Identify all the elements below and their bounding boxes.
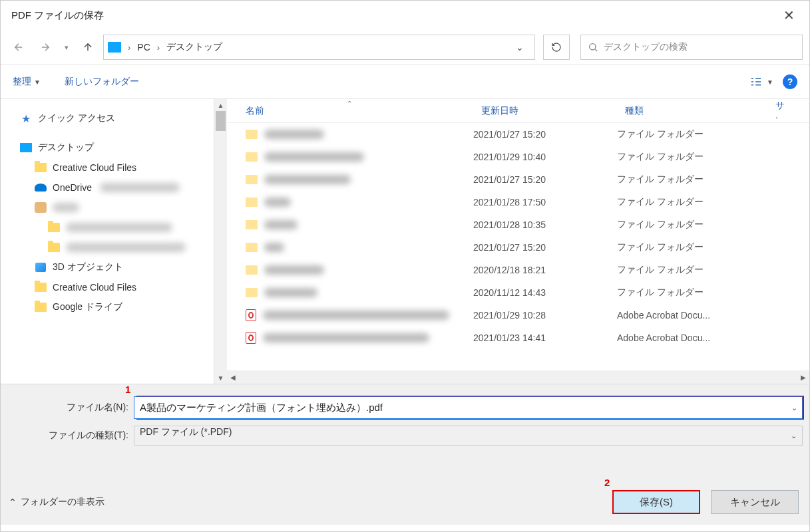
folder-icon [246, 175, 258, 184]
close-icon[interactable]: ✕ [777, 3, 801, 27]
up-button[interactable] [77, 36, 99, 59]
annotation-1: 1 [125, 384, 130, 395]
sidebar-label: デスクトップ [38, 142, 94, 154]
file-type: ファイル フォルダー [617, 219, 767, 231]
sidebar-label: Creative Cloud Files [53, 162, 136, 173]
organize-menu[interactable]: 整理▼ [13, 76, 41, 88]
folder-icon [34, 281, 47, 293]
column-header-size[interactable]: サ· [767, 100, 794, 122]
help-icon[interactable]: ? [783, 74, 797, 89]
svg-point-0 [590, 44, 596, 50]
user-icon [34, 201, 47, 213]
file-row[interactable]: 2021/01/27 15:20ファイル フォルダー [227, 123, 809, 146]
scroll-left-icon[interactable]: ◀ [227, 371, 239, 383]
address-segment-desktop[interactable]: デスクトップ [165, 40, 224, 55]
address-bar[interactable]: › PC › デスクトップ ⌄ [103, 35, 535, 60]
file-date: 2021/01/28 17:50 [473, 197, 617, 207]
folder-icon [246, 130, 258, 139]
file-type: Adobe Acrobat Docu... [617, 310, 767, 321]
file-type: Adobe Acrobat Docu... [617, 332, 767, 343]
blurred-filename [264, 220, 298, 229]
filetype-select[interactable]: PDF ファイル (*.PDF) ⌄ [134, 426, 803, 446]
file-list-body: 2021/01/27 15:20ファイル フォルダー2021/01/29 10:… [227, 123, 809, 370]
sidebar-item-desktop[interactable]: デスクトップ [10, 138, 227, 158]
cancel-button[interactable]: キャンセル [711, 490, 799, 514]
hide-folders-toggle[interactable]: ⌃ フォルダーの非表示 [9, 496, 104, 508]
sidebar: ★ クイック アクセス デスクトップ Creative Cloud Files … [1, 99, 227, 384]
file-date: 2021/01/27 15:20 [473, 242, 617, 253]
folder-icon [47, 241, 61, 253]
window-title: PDF ファイルの保存 [9, 9, 104, 22]
view-mode-toggle[interactable]: ▼ [749, 76, 773, 87]
file-row[interactable]: 2021/01/28 10:35ファイル フォルダー [227, 213, 809, 236]
sidebar-item-gdrive[interactable]: Google ドライブ [10, 297, 227, 317]
search-input[interactable]: デスクトップの検索 [580, 35, 803, 60]
sidebar-item-3d-objects[interactable]: 3D オブジェクト [10, 257, 227, 277]
sidebar-item-quick-access[interactable]: ★ クイック アクセス [10, 108, 227, 128]
file-row[interactable]: 2021/01/28 17:50ファイル フォルダー [227, 191, 809, 213]
sidebar-label: Google ドライブ [53, 301, 122, 313]
file-type: ファイル フォルダー [617, 151, 767, 163]
file-row[interactable]: 2021/01/29 10:40ファイル フォルダー [227, 146, 809, 168]
blurred-text [66, 223, 172, 232]
filename-row: ファイル名(N): ⌄ [7, 396, 803, 419]
sidebar-item-ccf2[interactable]: Creative Cloud Files [10, 277, 227, 297]
title-bar: PDF ファイルの保存 ✕ [1, 1, 809, 30]
address-dropdown-icon[interactable]: ⌄ [509, 42, 530, 53]
sidebar-item-blurred[interactable] [10, 237, 227, 257]
file-row[interactable]: 2021/01/27 15:20ファイル フォルダー [227, 168, 809, 191]
search-icon [588, 42, 598, 53]
horizontal-scrollbar[interactable]: ◀ ▶ [227, 370, 809, 384]
sidebar-item-ccf[interactable]: Creative Cloud Files [10, 158, 227, 178]
save-button[interactable]: 保存(S) [612, 490, 700, 514]
filename-input[interactable] [134, 396, 803, 419]
back-button[interactable] [7, 36, 30, 59]
scroll-up-icon[interactable]: ▲ [214, 99, 227, 111]
sidebar-scrollbar[interactable]: ▲ ▼ [214, 99, 227, 384]
recent-dropdown-icon[interactable]: ▾ [61, 36, 73, 59]
folder-icon [47, 221, 61, 233]
file-row[interactable]: 2021/01/27 15:20ファイル フォルダー [227, 236, 809, 259]
pc-icon [108, 42, 121, 53]
folder-icon [34, 162, 47, 174]
sidebar-item-user[interactable] [10, 198, 227, 217]
folder-icon [246, 198, 258, 207]
desktop-icon [19, 142, 33, 154]
sidebar-item-blurred[interactable] [10, 217, 227, 237]
file-date: 2021/01/23 14:41 [473, 332, 617, 343]
chevron-down-icon[interactable]: ⌄ [791, 432, 797, 440]
column-header-date[interactable]: 更新日時 [473, 105, 617, 117]
sidebar-item-onedrive[interactable]: OneDrive [10, 178, 227, 198]
filetype-row: ファイルの種類(T): PDF ファイル (*.PDF) ⌄ [7, 426, 803, 446]
sidebar-label: 3D オブジェクト [53, 261, 123, 273]
column-header-type[interactable]: 種類 [617, 105, 767, 117]
refresh-button[interactable] [543, 35, 570, 60]
chevron-right-icon: › [124, 43, 134, 53]
chevron-down-icon[interactable]: ⌄ [791, 404, 797, 412]
blurred-filename [263, 311, 449, 320]
star-icon: ★ [19, 112, 33, 124]
sidebar-label: クイック アクセス [38, 112, 115, 124]
file-type: ファイル フォルダー [617, 128, 767, 140]
forward-button[interactable] [34, 36, 57, 59]
scroll-right-icon[interactable]: ▶ [797, 371, 809, 383]
file-row[interactable]: 2021/01/29 10:28Adobe Acrobat Docu... [227, 304, 809, 327]
file-row[interactable]: 2020/11/12 14:43ファイル フォルダー [227, 281, 809, 304]
address-segment-pc[interactable]: PC [136, 41, 151, 54]
new-folder-button[interactable]: 新しいフォルダー [65, 76, 139, 88]
scroll-track[interactable] [239, 370, 797, 384]
filetype-label: ファイルの種類(T): [7, 430, 134, 442]
blurred-filename [264, 288, 317, 297]
blurred-text [53, 203, 79, 212]
file-row[interactable]: 2021/01/23 14:41Adobe Acrobat Docu... [227, 327, 809, 349]
scroll-down-icon[interactable]: ▼ [214, 372, 227, 384]
file-date: 2020/11/12 14:43 [473, 287, 617, 298]
filename-label: ファイル名(N): [7, 402, 134, 414]
file-row[interactable]: 2020/12/18 18:21ファイル フォルダー [227, 259, 809, 281]
scroll-thumb[interactable] [216, 111, 226, 131]
toolbar: 整理▼ 新しいフォルダー ▼ ? [1, 65, 809, 99]
file-date: 2021/01/29 10:28 [473, 310, 617, 321]
footer-row: ⌃ フォルダーの非表示 2 保存(S) キャンセル [7, 490, 803, 518]
blurred-filename [264, 152, 364, 162]
search-placeholder: デスクトップの検索 [604, 41, 688, 53]
